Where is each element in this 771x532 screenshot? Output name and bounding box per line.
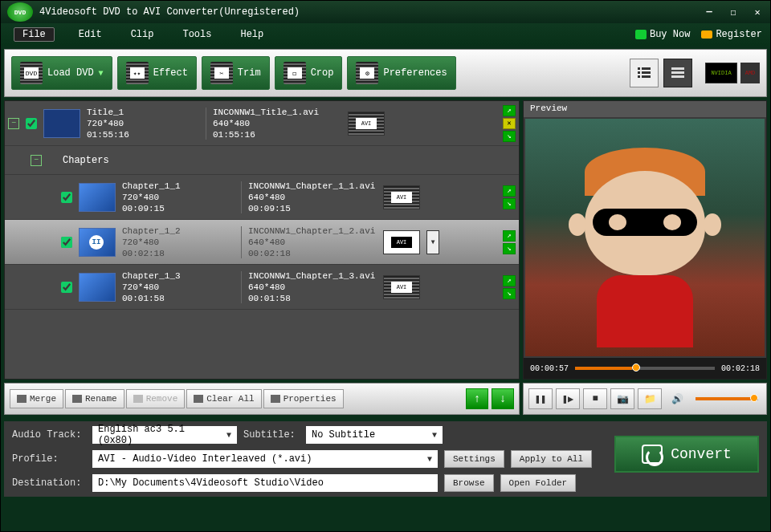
chapter-out-name: INCONNW1_Chapter_1_1.avi	[248, 181, 377, 191]
title-out-res: 640*480	[213, 119, 341, 128]
menu-help[interactable]: Help	[235, 27, 268, 42]
crop-button[interactable]: ◻ Crop	[275, 56, 343, 90]
remove-button[interactable]: Remove	[126, 389, 186, 408]
open-folder-button[interactable]: Open Folder	[500, 474, 577, 492]
collapse-icon[interactable]: −	[8, 118, 19, 129]
title-remove[interactable]: ✕	[503, 118, 516, 129]
load-dvd-button[interactable]: DVD Load DVD▼	[11, 56, 112, 90]
destination-label: Destination:	[12, 477, 86, 489]
browse-button[interactable]: Browse	[444, 474, 494, 492]
clear-all-button[interactable]: Clear All	[186, 389, 261, 408]
chapter-profile-button[interactable]: AVI	[383, 275, 420, 299]
open-folder-button[interactable]: 📁	[638, 388, 662, 409]
trim-label: Trim	[238, 67, 261, 79]
rename-button[interactable]: Rename	[65, 389, 124, 408]
audio-track-value: English ac3 5.1 (0x80)	[98, 424, 222, 446]
menu-file[interactable]: File	[14, 27, 55, 42]
preview-header: Preview	[524, 101, 766, 117]
audio-track-select[interactable]: English ac3 5.1 (0x80)▼	[92, 426, 237, 444]
svg-rect-4	[638, 75, 640, 78]
settings-button[interactable]: Settings	[444, 450, 504, 468]
remove-icon	[133, 395, 143, 403]
app-window: DVD 4Videosoft DVD to AVI Converter(Unre…	[0, 0, 771, 532]
chapter-profile-button[interactable]: AVI	[383, 230, 420, 254]
apply-to-all-button[interactable]: Apply to All	[511, 450, 592, 468]
chapter-out-res: 640*480	[248, 238, 377, 247]
move-down-button[interactable]: ↓	[492, 388, 514, 409]
effect-button[interactable]: ✦✦ Effect	[117, 56, 197, 90]
chapter-row[interactable]: Chapter_1_1 720*480 00:09:15 INCONNW1_Ch…	[5, 175, 519, 220]
convert-label: Convert	[671, 446, 732, 462]
chevron-down-icon: ▼	[226, 431, 231, 440]
chapter-move-down[interactable]: ↘	[503, 288, 516, 299]
chapter-profile-button[interactable]: AVI	[383, 185, 420, 209]
chapter-row[interactable]: Chapter_1_3 720*480 00:01:58 INCONNW1_Ch…	[5, 265, 519, 310]
scissors-icon: ✂	[210, 62, 233, 84]
register-link[interactable]: Register	[701, 29, 762, 40]
minimize-button[interactable]: —	[703, 6, 716, 18]
chapter-out-dur: 00:02:18	[248, 249, 377, 258]
subtitle-select[interactable]: No Subtitle▼	[306, 426, 443, 444]
seek-slider[interactable]	[575, 367, 715, 370]
view-detail-button[interactable]	[663, 59, 692, 87]
preview-timeline[interactable]: 00:00:57 00:02:18	[524, 358, 766, 379]
dropdown-caret-icon: ▼	[99, 69, 104, 78]
profile-dropdown-caret[interactable]: ▾	[426, 230, 439, 254]
stop-button[interactable]: ■	[583, 388, 607, 409]
settings-panel: Audio Track: English ac3 5.1 (0x80)▼ Sub…	[4, 421, 767, 497]
snapshot-button[interactable]: 📷	[610, 388, 634, 409]
chapter-checkbox[interactable]	[61, 237, 72, 248]
chapter-move-up[interactable]: ↗	[503, 275, 516, 286]
title-profile-button[interactable]: AVI	[348, 112, 385, 136]
chapter-move-down[interactable]: ↘	[503, 243, 516, 254]
chapter-checkbox[interactable]	[61, 282, 72, 293]
chapter-checkbox[interactable]	[61, 192, 72, 203]
title-name: Title_1	[87, 108, 199, 117]
svg-rect-3	[642, 71, 651, 74]
trim-button[interactable]: ✂ Trim	[202, 56, 270, 90]
chapter-dur: 00:01:58	[122, 294, 235, 303]
titlebar: DVD 4Videosoft DVD to AVI Converter(Unre…	[1, 1, 770, 23]
title-move-down[interactable]: ↘	[503, 131, 516, 142]
view-list-button[interactable]	[630, 59, 659, 87]
title-move-up[interactable]: ↗	[503, 105, 516, 116]
chapters-collapse-icon[interactable]: −	[31, 155, 42, 166]
maximize-button[interactable]: ☐	[727, 6, 740, 18]
destination-input[interactable]: D:\My Documents\4Videosoft Studio\Video	[92, 474, 438, 492]
chapter-thumbnail	[79, 183, 116, 212]
preferences-button[interactable]: ⚙ Preferences	[347, 56, 455, 90]
buy-now-link[interactable]: Buy Now	[635, 29, 690, 40]
menu-tools[interactable]: Tools	[177, 27, 216, 42]
menu-clip[interactable]: Clip	[126, 27, 159, 42]
title-out-name: INCONNW1_Title_1.avi	[213, 108, 341, 117]
app-logo-icon: DVD	[7, 2, 33, 22]
pause-button[interactable]: ❚❚	[528, 388, 553, 409]
title-row[interactable]: − Title_1 720*480 01:55:16 INCONNW1_Titl…	[5, 101, 519, 146]
mute-button[interactable]: 🔊	[665, 388, 689, 409]
convert-button[interactable]: Convert	[614, 436, 759, 473]
move-up-button[interactable]: ↑	[466, 388, 488, 409]
toolbar: DVD Load DVD▼ ✦✦ Effect ✂ Trim ◻ Crop ⚙ …	[4, 49, 767, 97]
profile-select[interactable]: AVI - Audio-Video Interleaved (*.avi)▼	[92, 450, 438, 468]
chapter-out-dur: 00:01:58	[248, 294, 377, 303]
title-thumbnail	[43, 109, 80, 138]
step-button[interactable]: ❚▶	[556, 388, 580, 409]
load-dvd-label: Load DVD	[47, 67, 94, 79]
chapter-row[interactable]: II Chapter_1_2 720*480 00:02:18 INCONNW1…	[5, 220, 519, 265]
chapter-move-down[interactable]: ↘	[503, 198, 516, 209]
subtitle-label: Subtitle:	[243, 429, 300, 441]
menu-edit[interactable]: Edit	[74, 27, 107, 42]
nvidia-badge: NVIDIA	[705, 63, 737, 83]
volume-slider[interactable]	[696, 397, 758, 400]
audio-track-label: Audio Track:	[12, 429, 86, 441]
merge-button[interactable]: Merge	[10, 389, 63, 408]
chevron-down-icon: ▼	[427, 455, 432, 464]
chapter-move-up[interactable]: ↗	[503, 230, 516, 242]
title-checkbox[interactable]	[26, 118, 37, 129]
chapter-move-up[interactable]: ↗	[503, 185, 516, 197]
properties-button[interactable]: Properties	[263, 389, 344, 408]
subtitle-value: No Subtitle	[312, 429, 375, 441]
close-button[interactable]: ✕	[751, 6, 764, 18]
key-icon	[701, 30, 712, 39]
chapter-res: 720*480	[122, 238, 235, 247]
